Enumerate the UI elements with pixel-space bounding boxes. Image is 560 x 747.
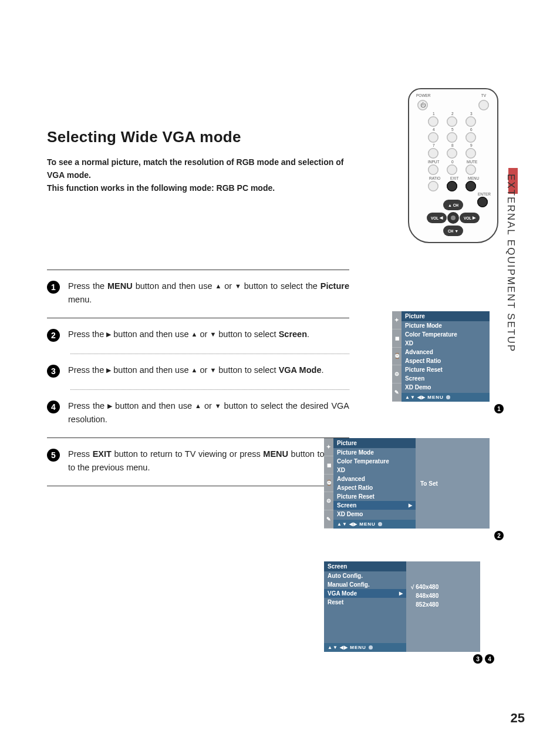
remote-digit-4: 4 — [433, 127, 435, 132]
intro-line-2: This function works in the following mod… — [47, 183, 275, 193]
osd-item: Picture Mode — [402, 321, 490, 330]
osd-item: XD — [333, 466, 416, 475]
remote-vol-up: VOL ▶ — [460, 213, 480, 223]
osd-item: XD Demo — [402, 383, 490, 392]
osd-vga-option-selected: √ 640x480 — [411, 583, 475, 591]
remote-tv-button — [478, 100, 489, 110]
step-badge-4: 4 — [47, 401, 60, 413]
osd-icon: ✦ — [392, 311, 402, 329]
step-2: 2 Press the ▶ button and then use ▲ or ▼… — [47, 318, 349, 354]
osd-item: Picture Reset — [333, 492, 416, 501]
osd-item: Picture Mode — [333, 448, 416, 457]
down-arrow-icon: ▼ — [210, 329, 216, 339]
remote-key-3 — [465, 116, 476, 127]
osd-icon: ⚙ — [392, 365, 402, 383]
up-arrow-icon: ▲ — [215, 281, 221, 291]
step-3: 3 Press the ▶ button and then use ▲ or ▼… — [47, 354, 349, 389]
right-arrow-icon: ▶ — [399, 591, 403, 596]
osd-footer: ▲▼ ◀▶ MENU — [324, 643, 406, 652]
remote-key-0 — [447, 164, 457, 175]
osd-to-set: To Set — [420, 479, 485, 488]
osd-item: XD Demo — [333, 510, 416, 519]
remote-ch-up: ▲ CH — [443, 200, 463, 210]
step-3-text: Press the ▶ button and then use ▲ or ▼ b… — [68, 364, 323, 378]
remote-ratio-label: RATIO — [429, 176, 440, 180]
osd-item: Color Temperature — [333, 457, 416, 466]
osd-spacer — [324, 624, 406, 633]
remote-dpad: ▲ CH CH ▼ VOL ◀ VOL ▶ — [427, 200, 480, 236]
osd-picture-header: Picture — [402, 311, 490, 321]
osd-vga-options: √ 640x480 √ 848x480 √ 852x480 — [406, 561, 480, 652]
check-icon: √ — [411, 584, 414, 590]
intro-text: To see a normal picture, match the resol… — [47, 156, 352, 194]
remote-tv-label: TV — [481, 93, 486, 97]
osd-icon: ⌚ — [392, 348, 402, 366]
page-number: 25 — [511, 711, 525, 726]
osd-callout-3-4: 3 4 — [473, 653, 494, 664]
osd-panel-2: ✦ ◼ ⌚ ⚙ ✎ Picture Picture Mode Color Tem… — [324, 438, 490, 529]
osd-icon-column: ✦ ◼ ⌚ ⚙ ✎ — [392, 311, 402, 402]
remote-digit-9: 9 — [470, 143, 473, 147]
osd-icon: ⚙ — [324, 492, 333, 510]
up-arrow-icon: ▲ — [195, 401, 201, 411]
remote-dpad-center — [447, 212, 459, 224]
osd-screen-header: Screen — [324, 561, 406, 571]
osd-panel-3: Screen Auto Config. Manual Config. VGA M… — [324, 561, 480, 652]
enter-dot-icon — [369, 645, 373, 650]
remote-menu-label: MENU — [468, 176, 479, 180]
step-1: 1 Press the MENU button and then use ▲ o… — [47, 270, 349, 318]
osd-icon: ◼ — [324, 456, 333, 475]
remote-ratio-button — [428, 181, 438, 191]
remote-digit-6: 6 — [470, 127, 473, 132]
osd-item-screen-highlight: Screen▶ — [333, 501, 416, 510]
osd-vga-option: √ 852x480 — [411, 600, 475, 609]
remote-exit-label: EXIT — [450, 176, 458, 180]
step-4-text: Press the ▶ button and then use ▲ or ▼ b… — [68, 399, 349, 426]
osd-item-vga-highlight: VGA Mode▶ — [324, 589, 406, 598]
osd-icon: ✎ — [324, 510, 333, 529]
up-arrow-icon: ▲ — [191, 329, 198, 339]
remote-key-7 — [428, 148, 438, 159]
osd-menu-column: Picture Picture Mode Color Temperature X… — [402, 311, 490, 402]
osd-item: Manual Config. — [324, 580, 406, 589]
step-2-text: Press the ▶ button and then use ▲ or ▼ b… — [68, 328, 309, 342]
step-badge-1: 1 — [47, 281, 60, 294]
step-badge-2: 2 — [47, 329, 60, 342]
remote-digit-1: 1 — [433, 112, 435, 116]
step-4: 4 Press the ▶ button and then use ▲ or ▼… — [47, 390, 349, 438]
step-badge-5: 5 — [47, 449, 60, 462]
remote-power-label: POWER — [416, 93, 431, 97]
osd-panel-1: ✦ ◼ ⌚ ⚙ ✎ Picture Picture Mode Color Tem… — [392, 311, 490, 402]
osd-footer: ▲▼ ◀▶ MENU — [402, 393, 490, 402]
osd-callout-1: 1 — [494, 403, 504, 413]
osd-item: Advanced — [402, 348, 490, 356]
intro-line-1: To see a normal picture, match the resol… — [47, 157, 343, 180]
step-5-text: Press EXIT button to return to TV viewin… — [68, 447, 349, 474]
step-badge-3: 3 — [47, 365, 60, 378]
osd-menu-column: Picture Picture Mode Color Temperature X… — [333, 438, 416, 529]
section-tab: EXTERNAL EQUIPMENT SETUP — [499, 170, 513, 370]
remote-digit-5: 5 — [451, 127, 454, 132]
enter-dot-icon — [378, 522, 382, 526]
remote-key-5 — [447, 132, 457, 143]
remote-digit-7: 7 — [433, 143, 435, 147]
remote-mute-button — [465, 164, 476, 175]
osd-vga-option: √ 848x480 — [411, 591, 475, 600]
osd-spacer — [324, 607, 406, 615]
remote-key-9 — [465, 148, 476, 159]
right-arrow-icon: ▶ — [107, 401, 112, 411]
remote-power-button: ⏻ — [417, 100, 428, 110]
remote-exit-button — [447, 181, 457, 191]
osd-item: Aspect Ratio — [402, 356, 490, 365]
remote-input-label: INPUT — [428, 160, 440, 164]
step-5: 5 Press EXIT button to return to TV view… — [47, 438, 349, 486]
osd-icon: ✎ — [392, 383, 402, 402]
osd-icon: ◼ — [392, 329, 402, 348]
osd-spacer — [324, 615, 406, 624]
remote-key-6 — [465, 132, 476, 143]
remote-mute-label: MUTE — [467, 160, 477, 164]
remote-digit-3: 3 — [470, 112, 473, 116]
osd-footer: ▲▼ ◀▶ MENU — [333, 520, 416, 529]
osd-spacer — [324, 633, 406, 642]
remote-digit-8: 8 — [451, 143, 454, 147]
